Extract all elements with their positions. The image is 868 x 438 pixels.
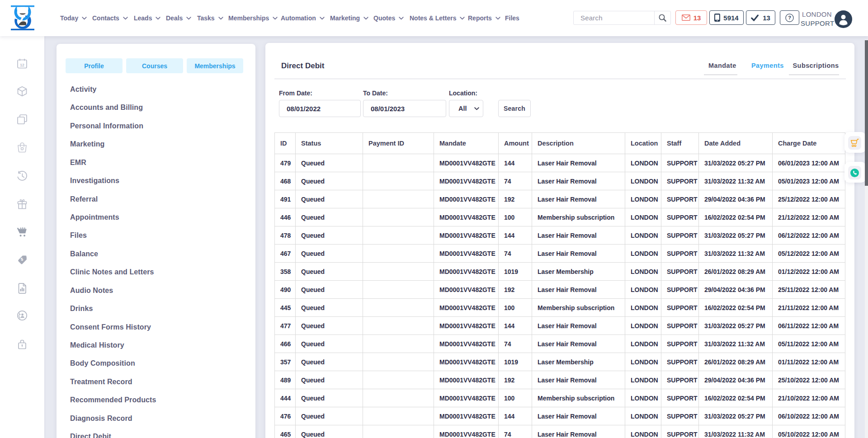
svg-text:?: ? [788,15,791,20]
svg-text:12: 12 [20,62,24,67]
